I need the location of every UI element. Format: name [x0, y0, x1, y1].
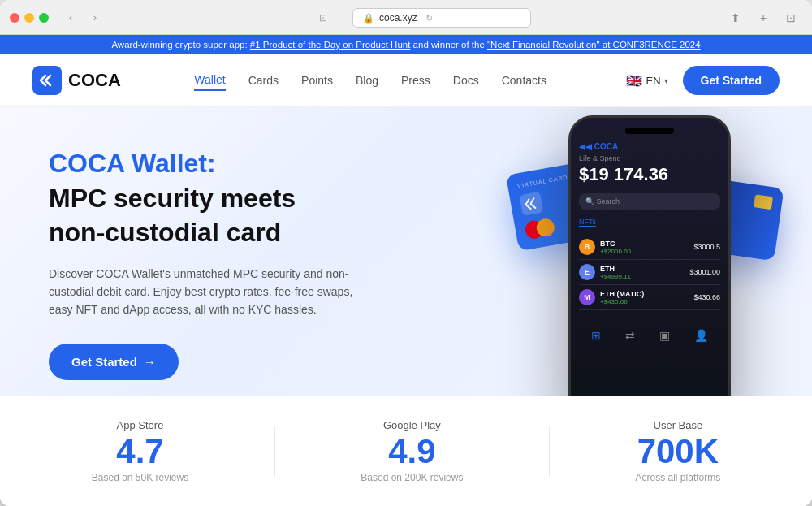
- stat-appstore-value: 4.7: [92, 435, 188, 469]
- matic-amount: $430.66: [693, 293, 720, 301]
- phone-balance: $19 174.36: [579, 164, 720, 185]
- eth-change: +$4999.11: [600, 273, 689, 280]
- lang-text: EN: [646, 75, 660, 87]
- announcement-link2[interactable]: "Next Financial Revolution" at CONF3RENC…: [487, 40, 701, 50]
- crypto-row-matic: M ETH (MATIC) +$430.66 $430.66: [579, 285, 720, 310]
- matic-change: +$430.66: [600, 298, 693, 305]
- stat-divider-1: [274, 426, 275, 477]
- nav-blog[interactable]: Blog: [356, 71, 378, 90]
- btc-amount: $3000.5: [693, 243, 720, 251]
- nav-docs[interactable]: Docs: [453, 71, 479, 90]
- crypto-row-btc: B BTC +$2000.00 $3000.5: [579, 235, 720, 260]
- hero-visual: VIRTUAL CARD: [471, 107, 796, 396]
- phone-nav-swap[interactable]: ⇄: [625, 329, 635, 342]
- nav-links: Wallet Cards Points Blog Press Docs Cont…: [194, 70, 546, 91]
- tab-icon: ⊡: [299, 12, 348, 24]
- logo-text: COCA: [68, 70, 121, 91]
- phone-search: 🔍 Search: [579, 193, 720, 210]
- stat-appstore-sublabel: Based on 50K reviews: [92, 472, 188, 483]
- announcement-bar: Award-winning crypto super app: #1 Produ…: [0, 35, 812, 54]
- nav-wallet[interactable]: Wallet: [194, 70, 225, 91]
- phone-balance-label: Life & Spend: [579, 154, 720, 162]
- stat-userbase-sublabel: Across all platforms: [636, 472, 721, 483]
- card-chip: [754, 194, 773, 210]
- stat-userbase: User Base 700K Across all platforms: [636, 419, 721, 483]
- navbar: COCA Wallet Cards Points Blog Press Docs…: [0, 54, 812, 107]
- stat-appstore-label: App Store: [92, 419, 188, 431]
- reload-icon[interactable]: ↻: [425, 13, 433, 24]
- eth-amount: $3001.00: [689, 268, 720, 276]
- chevron-down-icon: ▾: [664, 76, 668, 85]
- browser-chrome: ‹ › ⊡ 🔒 coca.xyz ↻ ⬆ + ⊡: [0, 0, 812, 35]
- stat-appstore: App Store 4.7 Based on 50K reviews: [92, 419, 188, 483]
- card-left-label: VIRTUAL CARD: [517, 175, 568, 189]
- btc-icon: B: [579, 239, 595, 255]
- nav-right: 🇬🇧 EN ▾ Get Started: [620, 66, 780, 95]
- hero-section: COCA Wallet: MPC security meetsnon-custo…: [0, 107, 812, 396]
- arrow-icon: →: [144, 355, 156, 369]
- address-bar[interactable]: 🔒 coca.xyz ↻: [352, 8, 531, 28]
- logo[interactable]: COCA: [32, 66, 121, 95]
- matic-info: ETH (MATIC) +$430.66: [600, 290, 693, 305]
- flag-icon: 🇬🇧: [626, 73, 642, 89]
- matic-icon: M: [579, 289, 595, 305]
- eth-name: ETH: [600, 265, 689, 273]
- eth-info: ETH +$4999.11: [600, 265, 689, 280]
- phone-nav-home[interactable]: ⊞: [591, 329, 601, 342]
- lang-selector[interactable]: 🇬🇧 EN ▾: [620, 70, 674, 92]
- maximize-button[interactable]: [39, 13, 49, 23]
- card-left-logo: [519, 192, 543, 216]
- hero-title-dark: MPC security meetsnon-custodial card: [49, 182, 374, 249]
- stat-googleplay-label: Google Play: [361, 419, 463, 431]
- back-button[interactable]: ‹: [60, 10, 81, 26]
- url-text: coca.xyz: [379, 12, 417, 24]
- stat-userbase-value: 700K: [636, 435, 721, 469]
- nav-contacts[interactable]: Contacts: [502, 71, 546, 90]
- mastercard-icon: [524, 217, 555, 240]
- phone-nav-card[interactable]: ▣: [659, 329, 670, 342]
- announcement-text: Award-winning crypto super app:: [111, 40, 249, 50]
- phone-mockup: ◀◀ COCA Life & Spend $19 174.36 🔍 Search…: [568, 115, 731, 396]
- close-button[interactable]: [10, 13, 19, 23]
- phone-screen: ◀◀ COCA Life & Spend $19 174.36 🔍 Search…: [571, 118, 728, 396]
- hero-cta-button[interactable]: Get Started →: [49, 344, 179, 380]
- stat-userbase-label: User Base: [636, 419, 721, 431]
- phone-notch: [625, 128, 674, 134]
- btc-change: +$2000.00: [600, 248, 693, 255]
- traffic-lights: [10, 13, 49, 23]
- stat-divider-2: [549, 426, 550, 477]
- nav-press[interactable]: Press: [401, 71, 430, 90]
- browser-actions: ⬆ + ⊡: [724, 10, 802, 26]
- hero-cta-label: Get Started: [71, 355, 137, 369]
- logo-icon: [32, 66, 62, 95]
- minimize-button[interactable]: [24, 13, 34, 23]
- stats-section: App Store 4.7 Based on 50K reviews Googl…: [0, 396, 812, 506]
- forward-button[interactable]: ›: [84, 10, 106, 26]
- hero-title-blue: COCA Wallet:: [49, 148, 374, 179]
- phone-search-placeholder: Search: [597, 197, 620, 205]
- browser-controls: ‹ ›: [60, 10, 106, 26]
- phone-tab-nfts[interactable]: NFTs: [579, 218, 596, 227]
- matic-name: ETH (MATIC): [600, 290, 693, 298]
- phone-brand: ◀◀ COCA: [579, 142, 720, 151]
- hero-description: Discover COCA Wallet's unmatched MPC sec…: [49, 265, 374, 319]
- get-started-nav-button[interactable]: Get Started: [683, 66, 780, 95]
- eth-icon: E: [579, 264, 595, 280]
- announcement-separator: and winner of the: [413, 40, 487, 50]
- stat-googleplay: Google Play 4.9 Based on 200K reviews: [361, 419, 463, 483]
- stat-googleplay-sublabel: Based on 200K reviews: [361, 472, 463, 483]
- phone-nav-profile[interactable]: 👤: [694, 329, 708, 342]
- btc-name: BTC: [600, 240, 693, 248]
- nav-points[interactable]: Points: [301, 71, 333, 90]
- hero-content: COCA Wallet: MPC security meetsnon-custo…: [0, 107, 406, 396]
- announcement-link1[interactable]: #1 Product of the Day on Product Hunt: [250, 40, 411, 50]
- browser-window: ‹ › ⊡ 🔒 coca.xyz ↻ ⬆ + ⊡ Award-winning c…: [0, 0, 812, 506]
- nav-cards[interactable]: Cards: [248, 71, 279, 90]
- btc-info: BTC +$2000.00: [600, 240, 693, 255]
- phone-bottom-nav: ⊞ ⇄ ▣ 👤: [579, 322, 720, 342]
- website: Award-winning crypto super app: #1 Produ…: [0, 35, 812, 506]
- address-bar-container: ⊡ 🔒 coca.xyz ↻: [112, 8, 718, 28]
- sidebar-button[interactable]: ⊡: [780, 10, 802, 26]
- share-button[interactable]: ⬆: [724, 10, 747, 26]
- new-tab-button[interactable]: +: [752, 10, 775, 26]
